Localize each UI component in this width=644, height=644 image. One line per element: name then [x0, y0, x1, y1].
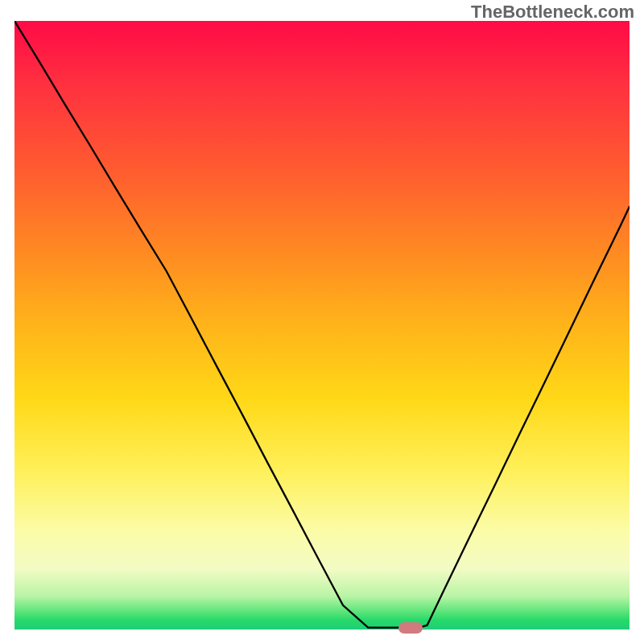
watermark-text: TheBottleneck.com: [471, 2, 634, 23]
bottleneck-curve: [14, 21, 630, 628]
chart-container: TheBottleneck.com: [0, 0, 644, 644]
line-chart: [14, 21, 630, 630]
plot-area: [14, 21, 630, 630]
optimum-marker: [398, 622, 423, 634]
